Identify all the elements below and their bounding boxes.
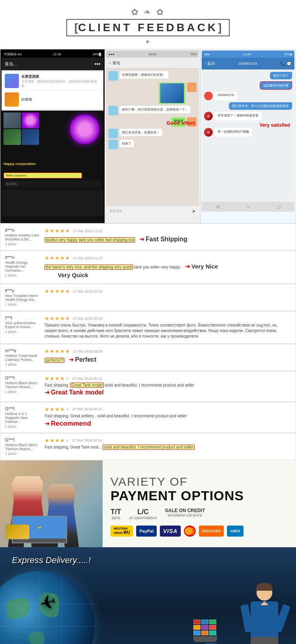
annotation-perfect: Perfect [75, 356, 96, 363]
review-qty: 1 piece [5, 362, 41, 366]
chat-preview: 非常满意，谢谢你们的安装指导，请你你的你他的他安装。 [21, 79, 100, 88]
chat-contact-name: 生莱贸易商 [21, 74, 100, 79]
review-content: ★★★★★ 27 Mar 2018 06:14 Fast shipping. G… [41, 376, 291, 397]
review-content: ★★★★★ 27 Mar 2018 10:54 [41, 288, 291, 295]
chat-msg-left-3: 我们专业安装，长期合作！ [109, 129, 197, 138]
term-detail-tt: 30/70 [111, 516, 121, 521]
review-content: ★★★★★ 27 Mar 2018 06:14 Fast shipping. G… [41, 437, 291, 450]
payment-term-credit: SALE ON CREDIT MAXIMUM 120 DAYS [165, 508, 205, 518]
review-qty: 1 piece [5, 452, 41, 456]
review-content: ★★★★★ 27 Mar 2018 08:09 perfecto!!! ➜ Pe… [41, 348, 291, 364]
delivery-title: Express Delivery.....! [4, 555, 292, 565]
reviewer-name: m***e [5, 348, 41, 353]
stars: ★★★★ [45, 376, 65, 381]
term-name-tt: T/T [111, 508, 121, 516]
back-icon-2: ‹ [109, 61, 111, 65]
ornament-top: ✿ ❧ ✿ [0, 7, 296, 17]
reviewer-name: G***l [5, 406, 41, 411]
nav-recent: □ [278, 205, 281, 209]
review-row: l***l SGS authentication Export to Korea… [0, 312, 296, 344]
delivery-section: Express Delivery.....! ✈ [0, 547, 296, 644]
visa-logo: VISA [160, 526, 181, 537]
battery2: 72% [190, 53, 197, 56]
chat-msg-left-1: 生莱贸易商，谢谢你们的安装。 [109, 71, 197, 81]
laptop-screen: 💳 [38, 526, 41, 529]
term-detail-lc: AT SIGHT/90DAY [129, 516, 157, 521]
review-qty: 1 piece [5, 424, 41, 428]
chat-msg-l1: G09904278 [204, 92, 292, 100]
chat-msg-l2: 卖 非常满意了！感谢你快速安装 [204, 112, 292, 120]
label-happy-cooperation: Happy cooperation [4, 162, 36, 166]
review-left: l***l SGS authentication Export to Korea… [5, 315, 41, 334]
status-carrier: 中国移动 4G [4, 52, 22, 56]
delivery-truck [170, 642, 217, 644]
arrow-icon-3: ➜ [69, 356, 74, 363]
status-battery: 34%▓ [92, 53, 101, 56]
review-left: G***l Hottime 4 in 1 Magnetic New Fashio… [5, 406, 41, 428]
payment-options-label: PAYMENT OPTIONS [111, 488, 288, 503]
review-row: m***e Hottime Tread Hand Catenary Pocket… [0, 344, 296, 371]
stars: ★★★★★ [45, 228, 70, 234]
stars-date: ★★★★★ 27 Mar 2018 10:54 [45, 288, 291, 294]
review-product: Hottime Black Men's Titanium Bracel... [5, 381, 41, 389]
payment-section: 💳 VARIETY OF PAYMENT OPTIONS T/T 30/70 L… [0, 460, 296, 547]
arrow-icon-5: ➜ [45, 420, 50, 427]
send-icon: ➤ [192, 208, 196, 214]
header-section: ✿ ❧ ✿ [ CLIENT FEEDBACK ] ▼ [0, 0, 296, 49]
arrow-icon-4: ➜ [45, 389, 50, 396]
review-text: Пришёл очень быстро. Упаковка в полной с… [45, 323, 291, 339]
payment-term-lc: L/C AT SIGHT/90DAY [129, 508, 157, 521]
chat-section: 中国移动 4G 21:30 34%▓ 青岛... ••• 生莱贸易商 非常满意，… [0, 49, 296, 223]
chat-msg-right-1 [109, 83, 197, 104]
discover-logo: DISCOVER [199, 526, 224, 537]
review-date: 27 Mar 2018 10:54 [73, 289, 103, 293]
stars: ★★★★ [45, 437, 65, 443]
review-qty: 1 piece [5, 273, 41, 277]
discover-text: DISCOVER [202, 529, 221, 533]
review-text: the band is very nice, and the shipping … [45, 262, 291, 279]
stars-date: ★★★★★ 27 Mar 2018 08:09 [45, 348, 291, 354]
review-date: 27 Mar 2018 08:09 [73, 349, 103, 353]
reviewer-name: G***l [5, 376, 41, 380]
chat-icon: 💬 [287, 62, 291, 66]
stars: ★★★★★ [45, 255, 70, 261]
refer-customers-label: Refer customers [4, 173, 82, 178]
review-date: 27 Mar 2018 08:19 [73, 317, 103, 321]
review-product: Hottime Black Men's Titanium Bracel... [5, 443, 41, 451]
review-text: Fast shipping. Great Tank model solid an… [45, 383, 291, 397]
time2: 10:34 [148, 53, 156, 56]
more-icon: ••• [95, 61, 101, 67]
chat-bubble-good-color: 这款颜色比较好看 [204, 81, 292, 90]
term-name-lc: L/C [129, 508, 157, 516]
payment-term-tt: T/T 30/70 [111, 508, 121, 521]
wu-text: WESTERNUNION WU [114, 527, 130, 535]
status2: ●●● [109, 53, 114, 56]
review-qty: 1 piece [5, 242, 41, 246]
reviewer-name: ll***n [5, 228, 41, 233]
review-text: Fast shipping. Great Tank mod... solid a… [45, 445, 291, 450]
review-left: ll***y New Tungsten Men's Health Energy … [5, 288, 41, 306]
review-product: New Tungsten Men's Health Energy Ma... [5, 294, 41, 302]
stars-date: ★★★★★ 27 Mar 2018 06:14 [45, 437, 291, 443]
review-text: perfecto!!! ➜ Perfect [45, 355, 291, 364]
term-detail-credit: MAXIMUM 120 DAYS [165, 513, 205, 518]
review-row: G***l Hottime Black Men's Titanium Brace… [0, 434, 296, 460]
variety-label: VARIETY OF [111, 475, 288, 488]
reviewer-name: G***l [5, 437, 41, 442]
amex-logo: AMEX [227, 526, 244, 537]
review-row: G***l Hottime 4 in 1 Magnetic New Fashio… [0, 402, 296, 433]
page-title: CLIENT FEEDBACK [78, 21, 218, 34]
chat-input-placeholder: 发送消息 [6, 182, 17, 186]
review-date: 27 Mar 2018 06:14 [72, 377, 102, 381]
review-row: ll***y New Tungsten Men's Health Energy … [0, 284, 296, 311]
review-content: ★★★★★ 27 Mar 2018 08:19 Пришёл очень быс… [41, 315, 291, 339]
review-date: 27 Mar 2018 06:14 [72, 438, 102, 442]
review-qty: 1 piece [5, 330, 41, 334]
review-highlighted-text-5: solid and beautiful. I recommend product… [103, 445, 195, 450]
chat-msg-left-4: 好多了 [109, 140, 197, 149]
review-highlighted-text-2: the band is very nice, and the shipping … [45, 265, 133, 270]
bracket-right: ] [218, 21, 221, 34]
nav-home: ○ [247, 205, 250, 209]
chat-title-1: 青岛... [5, 61, 17, 67]
arrow-icon-2: ➜ [185, 263, 190, 270]
